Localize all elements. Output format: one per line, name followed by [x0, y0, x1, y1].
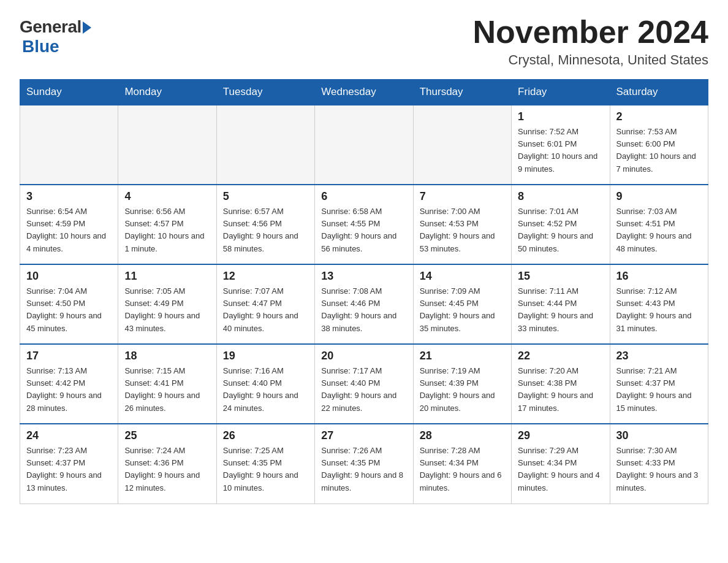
calendar-table: SundayMondayTuesdayWednesdayThursdayFrid… — [20, 79, 708, 504]
day-number: 6 — [321, 190, 406, 203]
day-info: Sunrise: 7:25 AM Sunset: 4:35 PM Dayligh… — [223, 445, 308, 494]
day-info: Sunrise: 7:11 AM Sunset: 4:44 PM Dayligh… — [518, 285, 603, 335]
calendar-week-row: 3Sunrise: 6:54 AM Sunset: 4:59 PM Daylig… — [20, 185, 708, 264]
logo-blue-text: Blue — [22, 37, 59, 56]
calendar-cell: 27Sunrise: 7:26 AM Sunset: 4:35 PM Dayli… — [315, 424, 413, 504]
calendar-cell: 12Sunrise: 7:07 AM Sunset: 4:47 PM Dayli… — [216, 264, 314, 344]
day-info: Sunrise: 7:16 AM Sunset: 4:40 PM Dayligh… — [223, 365, 308, 415]
calendar-cell — [216, 105, 314, 185]
calendar-cell: 19Sunrise: 7:16 AM Sunset: 4:40 PM Dayli… — [216, 344, 314, 424]
day-info: Sunrise: 7:24 AM Sunset: 4:36 PM Dayligh… — [124, 445, 210, 494]
day-info: Sunrise: 7:17 AM Sunset: 4:40 PM Dayligh… — [321, 365, 406, 415]
day-info: Sunrise: 7:15 AM Sunset: 4:41 PM Dayligh… — [124, 365, 210, 415]
calendar-cell: 21Sunrise: 7:19 AM Sunset: 4:39 PM Dayli… — [413, 344, 511, 424]
calendar-cell: 10Sunrise: 7:04 AM Sunset: 4:50 PM Dayli… — [20, 264, 118, 344]
calendar-cell: 15Sunrise: 7:11 AM Sunset: 4:44 PM Dayli… — [512, 264, 610, 344]
calendar-cell: 5Sunrise: 6:57 AM Sunset: 4:56 PM Daylig… — [216, 185, 314, 264]
day-number: 19 — [223, 350, 308, 362]
calendar-cell: 20Sunrise: 7:17 AM Sunset: 4:40 PM Dayli… — [315, 344, 413, 424]
day-number: 13 — [321, 270, 406, 283]
calendar-cell: 25Sunrise: 7:24 AM Sunset: 4:36 PM Dayli… — [118, 424, 216, 504]
weekday-header-tuesday: Tuesday — [216, 80, 314, 105]
day-number: 9 — [616, 190, 702, 203]
day-number: 30 — [616, 429, 702, 442]
logo: General Blue — [20, 17, 91, 56]
calendar-cell: 8Sunrise: 7:01 AM Sunset: 4:52 PM Daylig… — [512, 185, 610, 264]
logo-arrow-icon — [83, 21, 91, 34]
calendar-cell: 29Sunrise: 7:29 AM Sunset: 4:34 PM Dayli… — [512, 424, 610, 504]
day-info: Sunrise: 7:19 AM Sunset: 4:39 PM Dayligh… — [420, 365, 505, 415]
day-number: 12 — [223, 270, 308, 283]
day-info: Sunrise: 7:21 AM Sunset: 4:37 PM Dayligh… — [616, 365, 702, 415]
day-number: 10 — [26, 270, 112, 283]
calendar-cell: 2Sunrise: 7:53 AM Sunset: 6:00 PM Daylig… — [610, 105, 708, 185]
day-number: 2 — [616, 110, 702, 123]
day-number: 5 — [223, 190, 308, 203]
day-number: 15 — [518, 270, 603, 283]
day-info: Sunrise: 7:08 AM Sunset: 4:46 PM Dayligh… — [321, 285, 406, 335]
calendar-cell: 4Sunrise: 6:56 AM Sunset: 4:57 PM Daylig… — [118, 185, 216, 264]
day-info: Sunrise: 7:26 AM Sunset: 4:35 PM Dayligh… — [321, 445, 406, 494]
weekday-header-sunday: Sunday — [20, 80, 118, 105]
calendar-cell — [413, 105, 511, 185]
day-info: Sunrise: 7:04 AM Sunset: 4:50 PM Dayligh… — [26, 285, 112, 335]
weekday-header-monday: Monday — [118, 80, 216, 105]
calendar-cell: 16Sunrise: 7:12 AM Sunset: 4:43 PM Dayli… — [610, 264, 708, 344]
day-info: Sunrise: 7:03 AM Sunset: 4:51 PM Dayligh… — [616, 205, 702, 255]
weekday-header-friday: Friday — [512, 80, 610, 105]
calendar-cell: 11Sunrise: 7:05 AM Sunset: 4:49 PM Dayli… — [118, 264, 216, 344]
day-number: 20 — [321, 350, 406, 362]
day-info: Sunrise: 7:07 AM Sunset: 4:47 PM Dayligh… — [223, 285, 308, 335]
calendar-week-row: 17Sunrise: 7:13 AM Sunset: 4:42 PM Dayli… — [20, 344, 708, 424]
calendar-cell: 13Sunrise: 7:08 AM Sunset: 4:46 PM Dayli… — [315, 264, 413, 344]
day-number: 3 — [26, 190, 112, 203]
calendar-week-row: 10Sunrise: 7:04 AM Sunset: 4:50 PM Dayli… — [20, 264, 708, 344]
calendar-cell: 28Sunrise: 7:28 AM Sunset: 4:34 PM Dayli… — [413, 424, 511, 504]
day-number: 27 — [321, 429, 406, 442]
day-info: Sunrise: 7:12 AM Sunset: 4:43 PM Dayligh… — [616, 285, 702, 335]
day-info: Sunrise: 7:20 AM Sunset: 4:38 PM Dayligh… — [518, 365, 603, 415]
day-number: 7 — [420, 190, 505, 203]
day-info: Sunrise: 7:53 AM Sunset: 6:00 PM Dayligh… — [616, 126, 702, 175]
day-info: Sunrise: 7:52 AM Sunset: 6:01 PM Dayligh… — [518, 126, 603, 175]
day-number: 1 — [518, 110, 603, 123]
calendar-cell: 6Sunrise: 6:58 AM Sunset: 4:55 PM Daylig… — [315, 185, 413, 264]
calendar-cell: 7Sunrise: 7:00 AM Sunset: 4:53 PM Daylig… — [413, 185, 511, 264]
day-number: 4 — [124, 190, 210, 203]
calendar-cell: 24Sunrise: 7:23 AM Sunset: 4:37 PM Dayli… — [20, 424, 118, 504]
day-info: Sunrise: 7:13 AM Sunset: 4:42 PM Dayligh… — [26, 365, 112, 415]
page-header: General Blue November 2024 Crystal, Minn… — [20, 15, 708, 68]
day-number: 26 — [223, 429, 308, 442]
location-title: Crystal, Minnesota, United States — [473, 52, 708, 68]
calendar-cell — [118, 105, 216, 185]
day-info: Sunrise: 7:05 AM Sunset: 4:49 PM Dayligh… — [124, 285, 210, 335]
day-number: 23 — [616, 350, 702, 362]
calendar-week-row: 1Sunrise: 7:52 AM Sunset: 6:01 PM Daylig… — [20, 105, 708, 185]
weekday-header-saturday: Saturday — [610, 80, 708, 105]
day-number: 14 — [420, 270, 505, 283]
day-info: Sunrise: 7:09 AM Sunset: 4:45 PM Dayligh… — [420, 285, 505, 335]
calendar-cell: 1Sunrise: 7:52 AM Sunset: 6:01 PM Daylig… — [512, 105, 610, 185]
title-section: November 2024 Crystal, Minnesota, United… — [473, 15, 708, 68]
day-number: 29 — [518, 429, 603, 442]
day-info: Sunrise: 7:28 AM Sunset: 4:34 PM Dayligh… — [420, 445, 505, 494]
day-info: Sunrise: 6:54 AM Sunset: 4:59 PM Dayligh… — [26, 205, 112, 255]
calendar-cell: 23Sunrise: 7:21 AM Sunset: 4:37 PM Dayli… — [610, 344, 708, 424]
day-info: Sunrise: 7:01 AM Sunset: 4:52 PM Dayligh… — [518, 205, 603, 255]
day-number: 28 — [420, 429, 505, 442]
calendar-cell: 26Sunrise: 7:25 AM Sunset: 4:35 PM Dayli… — [216, 424, 314, 504]
calendar-cell — [315, 105, 413, 185]
day-number: 18 — [124, 350, 210, 362]
weekday-header-thursday: Thursday — [413, 80, 511, 105]
weekday-header-wednesday: Wednesday — [315, 80, 413, 105]
month-title: November 2024 — [473, 15, 708, 50]
day-info: Sunrise: 7:30 AM Sunset: 4:33 PM Dayligh… — [616, 445, 702, 494]
day-number: 25 — [124, 429, 210, 442]
day-info: Sunrise: 7:29 AM Sunset: 4:34 PM Dayligh… — [518, 445, 603, 494]
day-number: 8 — [518, 190, 603, 203]
day-number: 11 — [124, 270, 210, 283]
day-info: Sunrise: 6:57 AM Sunset: 4:56 PM Dayligh… — [223, 205, 308, 255]
calendar-cell: 9Sunrise: 7:03 AM Sunset: 4:51 PM Daylig… — [610, 185, 708, 264]
day-info: Sunrise: 7:23 AM Sunset: 4:37 PM Dayligh… — [26, 445, 112, 494]
day-number: 22 — [518, 350, 603, 362]
